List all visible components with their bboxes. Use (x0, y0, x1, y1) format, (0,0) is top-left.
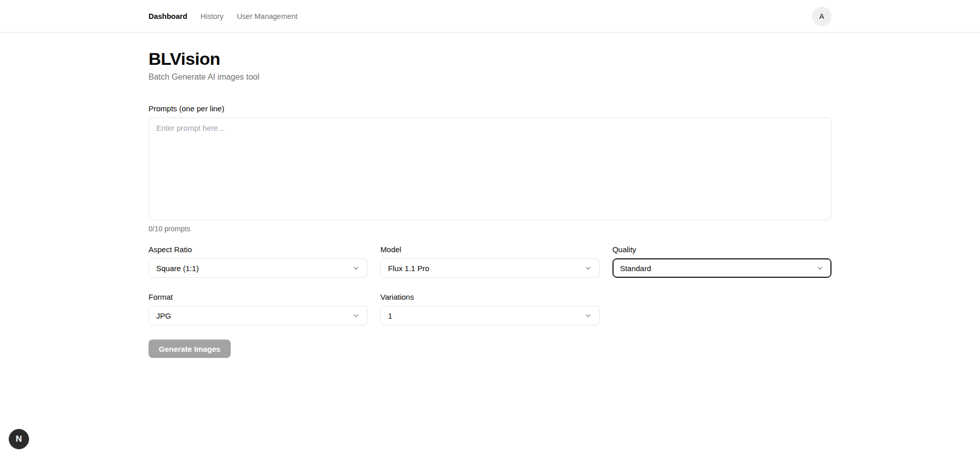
model-select[interactable]: Flux 1.1 Pro (380, 258, 599, 278)
variations-label: Variations (380, 293, 599, 301)
format-value: JPG (156, 311, 171, 320)
field-model: Model Flux 1.1 Pro (380, 245, 599, 278)
generate-images-button[interactable]: Generate Images (149, 340, 231, 358)
aspect-ratio-label: Aspect Ratio (149, 245, 368, 254)
nav-item-user-management[interactable]: User Management (237, 12, 298, 20)
avatar[interactable]: A (812, 7, 831, 26)
field-aspect-ratio: Aspect Ratio Square (1:1) (149, 245, 368, 278)
main-nav: Dashboard History User Management (149, 12, 298, 20)
grid-spacer (612, 293, 831, 325)
chevron-down-icon (352, 312, 360, 320)
aspect-ratio-value: Square (1:1) (156, 264, 199, 273)
format-label: Format (149, 293, 368, 301)
top-navbar: Dashboard History User Management A (0, 0, 980, 33)
prompts-section: Prompts (one per line) 0/10 prompts (149, 104, 831, 233)
quality-select[interactable]: Standard (612, 258, 831, 278)
quality-label: Quality (612, 245, 831, 254)
nav-item-history[interactable]: History (201, 12, 224, 20)
field-format: Format JPG (149, 293, 368, 325)
chevron-down-icon (584, 264, 592, 272)
field-variations: Variations 1 (380, 293, 599, 325)
prompts-input[interactable] (149, 117, 831, 220)
chevron-down-icon (816, 264, 824, 272)
page-title: BLVision (149, 49, 831, 69)
field-quality: Quality Standard (612, 245, 831, 278)
prompts-counter: 0/10 prompts (149, 225, 831, 233)
chevron-down-icon (352, 264, 360, 272)
nav-item-dashboard[interactable]: Dashboard (149, 12, 187, 20)
model-label: Model (380, 245, 599, 254)
aspect-ratio-select[interactable]: Square (1:1) (149, 258, 368, 278)
prompts-label: Prompts (one per line) (149, 104, 831, 113)
format-select[interactable]: JPG (149, 306, 368, 325)
model-value: Flux 1.1 Pro (388, 264, 429, 273)
variations-select[interactable]: 1 (380, 306, 599, 325)
variations-value: 1 (388, 311, 392, 320)
page-subtitle: Batch Generate AI images tool (149, 73, 831, 82)
nextjs-dev-tools-button[interactable]: N (9, 429, 29, 449)
chevron-down-icon (584, 312, 592, 320)
quality-value: Standard (620, 264, 651, 273)
main-content: BLVision Batch Generate AI images tool P… (149, 33, 831, 358)
options-grid: Aspect Ratio Square (1:1) Model Flux 1.1… (149, 245, 831, 325)
